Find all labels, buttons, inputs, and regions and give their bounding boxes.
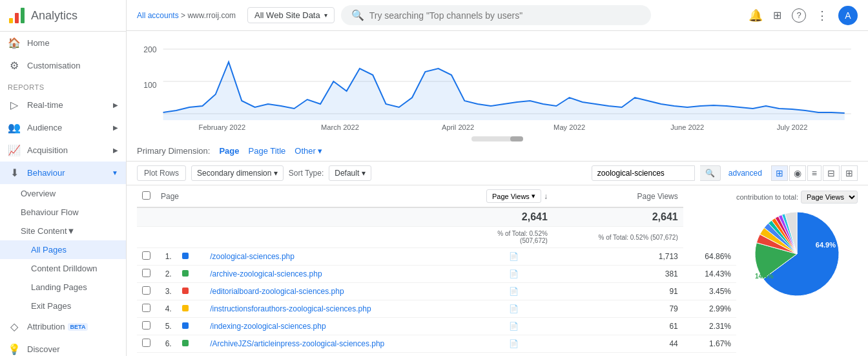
more-icon[interactable]: ⋮ bbox=[816, 8, 828, 23]
row-views: 61 bbox=[553, 318, 683, 335]
sort-down-icon: ↓ bbox=[544, 192, 548, 201]
row-color-dot bbox=[177, 318, 205, 335]
dim-page-title-link[interactable]: Page Title bbox=[249, 146, 286, 156]
sidebar-item-realtime[interactable]: ▷ Real-time ▶ bbox=[0, 94, 126, 116]
content-area: 200 100 February 2022 March 2022 April 2… bbox=[127, 31, 868, 356]
svg-rect-2 bbox=[21, 8, 25, 23]
table-search-input[interactable] bbox=[592, 165, 695, 181]
view-icons: ⊞ ◉ ≡ ⊟ ⊞ bbox=[771, 165, 858, 181]
advanced-link[interactable]: advanced bbox=[728, 169, 762, 178]
customisation-icon: ⚙ bbox=[8, 59, 21, 72]
reports-label: REPORTS bbox=[0, 77, 126, 94]
sidebar-item-exit-pages[interactable]: Exit Pages bbox=[0, 297, 126, 315]
sidebar-item-discover[interactable]: 💡 Discover bbox=[0, 338, 126, 356]
total-pct-1: % of Total: 0.52% (507,672) bbox=[475, 227, 553, 248]
sidebar-item-customisation[interactable]: ⚙ Customisation bbox=[0, 54, 126, 77]
discover-icon: 💡 bbox=[8, 343, 21, 355]
main-content: All accounts > www.rroij.com All Web Sit… bbox=[127, 0, 868, 356]
dim-page-link[interactable]: Page bbox=[219, 146, 239, 156]
row-num: 4. bbox=[156, 300, 177, 318]
sidebar-item-attribution[interactable]: ◇ Attribution BETA bbox=[0, 315, 126, 338]
sidebar-item-content-drilldown[interactable]: Content Drilldown bbox=[0, 259, 126, 278]
bell-icon[interactable]: 🔔 bbox=[749, 8, 763, 23]
row-checkbox[interactable] bbox=[142, 321, 150, 330]
sidebar-item-landing-pages[interactable]: Landing Pages bbox=[0, 278, 126, 297]
row-page[interactable]: /ArchiveJZS/articleinpress-zoological-sc… bbox=[205, 335, 475, 353]
pie-label-small: 14.4% bbox=[755, 273, 773, 280]
row-checkbox[interactable] bbox=[142, 286, 150, 295]
row-checkbox[interactable] bbox=[142, 251, 150, 260]
row-page[interactable]: /zoological-sciences.php bbox=[205, 248, 475, 266]
data-table: Page Page Views ▾ ↓ Page Views bbox=[137, 185, 736, 356]
sidebar-nav: 🏠 Home ⚙ Customisation REPORTS ▷ Real-ti… bbox=[0, 32, 126, 356]
app-title: Analytics bbox=[31, 9, 78, 23]
contribution-label: contribution to total: bbox=[736, 193, 798, 201]
row-views: 381 bbox=[553, 266, 683, 283]
acquisition-icon: 📈 bbox=[8, 144, 21, 156]
row-icon: 📄 bbox=[475, 353, 553, 357]
sidebar-item-home[interactable]: 🏠 Home bbox=[0, 32, 126, 54]
contribution-select[interactable]: Page Views bbox=[801, 191, 858, 204]
pivot-view-button[interactable]: ⊞ bbox=[841, 165, 858, 181]
breadcrumb-all-accounts[interactable]: All accounts bbox=[137, 11, 179, 20]
account-selector[interactable]: All Web Site Data ▾ bbox=[247, 7, 335, 23]
table-row: 5. /indexing-zoological-sciences.php 📄 6… bbox=[137, 318, 736, 335]
secondary-dimension-button[interactable]: Secondary dimension ▾ bbox=[191, 165, 284, 181]
row-page[interactable]: /editorialboard-zoological-sciences.php bbox=[205, 283, 475, 300]
sidebar-label-site-content: Site Content bbox=[21, 226, 67, 236]
sidebar-item-site-content[interactable]: Site Content ▼ bbox=[0, 222, 126, 240]
search-bar[interactable]: 🔍 bbox=[341, 5, 651, 25]
home-icon: 🏠 bbox=[8, 37, 21, 49]
pie-label-large: 64.9% bbox=[816, 241, 836, 249]
sidebar-item-behaviour-flow[interactable]: Behaviour Flow bbox=[0, 203, 126, 222]
row-pct: 1.67% bbox=[683, 335, 736, 353]
row-page[interactable]: /instructionsforauthors-zoological-scien… bbox=[205, 300, 475, 318]
dim-other-link[interactable]: Other ▾ bbox=[294, 146, 322, 156]
compare-view-button[interactable]: ⊟ bbox=[823, 165, 840, 181]
row-num: 6. bbox=[156, 335, 177, 353]
row-num: 7. bbox=[156, 353, 177, 357]
sidebar-item-behaviour[interactable]: ⬇ Behaviour ▼ bbox=[0, 162, 126, 184]
realtime-chevron: ▶ bbox=[113, 101, 118, 109]
total-views-1: 2,641 bbox=[475, 207, 553, 227]
chart-scrollbar[interactable] bbox=[471, 136, 523, 141]
row-checkbox[interactable] bbox=[142, 269, 150, 277]
row-checkbox[interactable] bbox=[142, 304, 150, 312]
row-num: 1. bbox=[156, 248, 177, 266]
pie-view-button[interactable]: ◉ bbox=[789, 165, 806, 181]
data-table-area: Page Page Views ▾ ↓ Page Views bbox=[127, 185, 868, 356]
help-icon[interactable]: ? bbox=[792, 8, 806, 23]
row-page[interactable]: /indexing-zoological-sciences.php bbox=[205, 318, 475, 335]
row-page[interactable]: /aimsandscope-zoological-sciences.php bbox=[205, 353, 475, 357]
svg-text:July 2022: July 2022 bbox=[777, 123, 808, 131]
row-checkbox[interactable] bbox=[142, 339, 150, 347]
plot-rows-button[interactable]: Plot Rows bbox=[137, 165, 186, 181]
sidebar-item-overview[interactable]: Overview bbox=[0, 184, 126, 203]
col-pageviews-header: Page Views ▾ ↓ bbox=[475, 185, 553, 207]
sort-type-button[interactable]: Default ▾ bbox=[329, 165, 371, 181]
grid-icon[interactable]: ⊞ bbox=[773, 9, 781, 21]
row-page[interactable]: /archive-zoological-sciences.php bbox=[205, 266, 475, 283]
table-row: 2. /archive-zoological-sciences.php 📄 38… bbox=[137, 266, 736, 283]
sort-type-label: Sort Type: bbox=[289, 169, 324, 178]
breadcrumb-separator: > bbox=[181, 11, 187, 20]
bar-view-button[interactable]: ≡ bbox=[807, 165, 822, 181]
realtime-icon: ▷ bbox=[8, 99, 21, 111]
sidebar-item-acquisition[interactable]: 📈 Acquisition ▶ bbox=[0, 139, 126, 162]
sidebar-label-content-drilldown: Content Drilldown bbox=[31, 264, 98, 273]
svg-text:March 2022: March 2022 bbox=[321, 123, 359, 131]
select-all-checkbox[interactable] bbox=[142, 191, 150, 200]
search-input[interactable] bbox=[369, 10, 641, 21]
sidebar-item-audience[interactable]: 👥 Audience ▶ bbox=[0, 116, 126, 139]
sidebar-label-overview: Overview bbox=[21, 189, 56, 198]
breadcrumb-domain: www.rroij.com bbox=[187, 11, 236, 20]
table-view-button[interactable]: ⊞ bbox=[771, 165, 788, 181]
row-color-dot bbox=[177, 248, 205, 266]
avatar[interactable]: A bbox=[838, 6, 858, 25]
acquisition-chevron: ▶ bbox=[113, 147, 118, 154]
pageviews-sort-button[interactable]: Page Views ▾ bbox=[486, 189, 541, 203]
table-search-button[interactable]: 🔍 bbox=[700, 165, 721, 181]
sidebar-label-acquisition: Acquisition bbox=[27, 145, 68, 155]
sidebar-item-all-pages[interactable]: All Pages bbox=[0, 240, 126, 259]
chart-area: 200 100 February 2022 March 2022 April 2… bbox=[127, 31, 868, 141]
